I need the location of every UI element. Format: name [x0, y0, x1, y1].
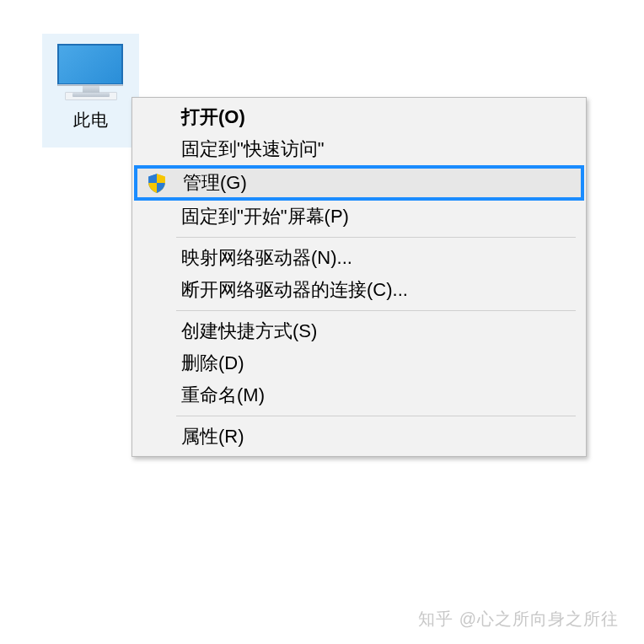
menu-item-pin-quickaccess[interactable]: 固定到"快速访问" — [134, 133, 584, 165]
desktop-icon-container: 此电 — [42, 34, 139, 148]
menu-item-delete[interactable]: 删除(D) — [134, 347, 584, 379]
menu-item-open[interactable]: 打开(O) — [134, 101, 584, 133]
menu-item-label: 删除(D) — [181, 351, 244, 376]
menu-item-label: 重命名(M) — [181, 383, 265, 408]
context-menu: 打开(O) 固定到"快速访问" 管理(G) 固定到"开始"屏幕(P) 映射网络驱… — [131, 97, 587, 457]
menu-item-label: 管理(G) — [183, 170, 247, 196]
menu-separator — [176, 237, 576, 238]
menu-item-label: 属性(R) — [181, 424, 244, 449]
watermark-text: 知乎 @心之所向身之所往 — [418, 608, 619, 631]
menu-item-disconnect-network[interactable]: 断开网络驱动器的连接(C)... — [134, 274, 584, 306]
menu-separator — [176, 310, 576, 311]
menu-item-pin-start[interactable]: 固定到"开始"屏幕(P) — [134, 201, 584, 233]
menu-item-label: 断开网络驱动器的连接(C)... — [181, 277, 408, 303]
menu-separator — [176, 416, 576, 416]
menu-item-label: 创建快捷方式(S) — [181, 319, 317, 344]
menu-item-create-shortcut[interactable]: 创建快捷方式(S) — [134, 315, 584, 347]
menu-item-manage[interactable]: 管理(G) — [136, 167, 582, 199]
desktop-icon-this-pc[interactable]: 此电 — [42, 34, 139, 152]
menu-item-label: 打开(O) — [181, 105, 245, 130]
menu-item-label: 固定到"开始"屏幕(P) — [181, 204, 349, 229]
menu-item-label: 固定到"快速访问" — [181, 137, 325, 162]
menu-item-properties[interactable]: 属性(R) — [134, 421, 584, 453]
uac-shield-icon — [146, 172, 168, 194]
menu-item-rename[interactable]: 重命名(M) — [134, 379, 584, 411]
computer-icon — [57, 44, 125, 90]
menu-item-map-network[interactable]: 映射网络驱动器(N)... — [134, 242, 584, 274]
desktop-icon-label: 此电 — [73, 109, 109, 131]
menu-item-label: 映射网络驱动器(N)... — [181, 245, 352, 271]
